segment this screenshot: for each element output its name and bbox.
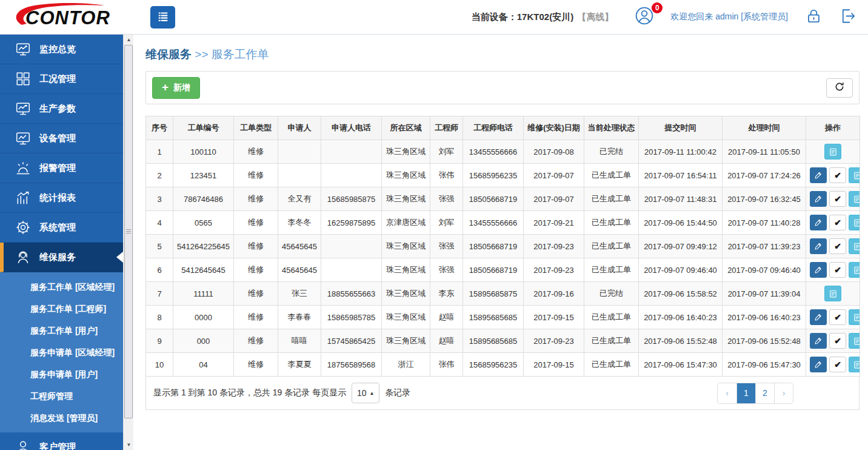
approve-button[interactable]: ✔	[829, 215, 846, 230]
cell-engineer: 张伟	[430, 353, 463, 377]
notification-profile-button[interactable]: 0	[634, 5, 655, 29]
sidebar-toggle-button[interactable]	[150, 6, 175, 29]
edit-button[interactable]	[810, 167, 827, 183]
table-row: 1100110维修珠三角区域刘军134555566662017-09-08已完结…	[146, 140, 860, 164]
sidebar-subitem[interactable]: 服务申请单 [用户]	[0, 363, 123, 385]
cell-applicant_phone	[321, 258, 382, 282]
sidebar-item-label: 系统管理	[39, 222, 76, 233]
edit-icon	[814, 218, 823, 227]
view-button[interactable]	[849, 262, 860, 278]
sidebar-subitem[interactable]: 工程师管理	[0, 385, 123, 407]
edit-icon	[814, 313, 823, 321]
approve-button[interactable]: ✔	[829, 333, 846, 349]
edit-icon	[814, 195, 823, 203]
view-button[interactable]	[849, 238, 860, 254]
logout-button[interactable]	[840, 7, 857, 27]
cell-process_time: 2017-09-07 09:46:40	[723, 258, 806, 282]
approve-button[interactable]: ✔	[829, 167, 846, 183]
cell-seq: 6	[146, 258, 173, 282]
user-profile-icon	[634, 18, 655, 28]
cell-type: 维修	[234, 164, 278, 187]
sidebar-item-label: 工况管理	[39, 73, 76, 85]
sidebar-subitem[interactable]: 服务申请单 [区域经理]	[0, 341, 123, 363]
sidebar-subitem[interactable]: 消息发送 [管理员]	[0, 407, 123, 429]
cell-engineer: 张强	[430, 187, 463, 211]
cell-process_time: 2017-09-06 15:52:48	[723, 329, 806, 353]
sidebar-scrollbar[interactable]: ▲ ▼	[123, 35, 133, 450]
cell-applicant: 45645645	[278, 258, 321, 282]
sidebar-item-grid[interactable]: 工况管理	[0, 64, 123, 94]
refresh-button[interactable]	[826, 78, 853, 98]
view-button[interactable]	[849, 309, 860, 325]
sidebar-subitem[interactable]: 服务工作单 [工程师]	[0, 298, 123, 320]
page-size-dropdown[interactable]: 10 ▲	[352, 383, 379, 403]
approve-button[interactable]: ✔	[829, 191, 846, 207]
refresh-icon	[834, 81, 845, 94]
cell-status: 已生成工单	[584, 329, 639, 353]
view-icon	[853, 360, 860, 369]
next-page-button[interactable]: ›	[774, 383, 793, 403]
scrollbar-down-arrow[interactable]: ▼	[124, 440, 134, 450]
scrollbar-thumb[interactable]	[124, 45, 133, 418]
table-body: 1100110维修珠三角区域刘军134555566662017-09-08已完结…	[146, 140, 860, 377]
column-header: 申请人	[278, 116, 321, 140]
prev-page-button[interactable]: ‹	[718, 383, 736, 403]
view-button[interactable]	[849, 215, 860, 230]
cell-engineer_phone: 15895685875	[463, 282, 524, 306]
cell-type: 维修	[234, 329, 278, 353]
sidebar-item-label: 统计报表	[39, 192, 76, 204]
lock-screen-button[interactable]	[805, 7, 823, 27]
cell-type: 维修	[234, 140, 278, 164]
approve-button[interactable]: ✔	[829, 357, 846, 372]
edit-button[interactable]	[810, 333, 827, 349]
cell-engineer_phone: 15685956235	[463, 164, 524, 187]
page-button-2[interactable]: 2	[755, 383, 774, 403]
approve-button[interactable]: ✔	[829, 238, 846, 254]
page-button-1[interactable]: 1	[736, 383, 755, 403]
notification-badge: 0	[652, 2, 663, 13]
approve-button[interactable]: ✔	[829, 262, 846, 278]
view-button[interactable]	[824, 286, 841, 301]
view-button[interactable]	[849, 167, 860, 183]
sidebar-item-person[interactable]: 客户管理	[0, 432, 123, 450]
sidebar-item-label: 监控总览	[39, 44, 76, 55]
edit-button[interactable]	[810, 238, 827, 254]
edit-button[interactable]	[810, 357, 827, 372]
sidebar-item-label: 维保服务	[39, 252, 76, 263]
sidebar-subitem[interactable]: 服务工作单 [用户]	[0, 320, 123, 341]
add-button-label: 新增	[173, 82, 190, 93]
cell-order_no: 541264225645	[173, 235, 234, 258]
cell-actions: ✔	[806, 235, 860, 258]
breadcrumb-parent[interactable]: 维保服务	[145, 48, 192, 61]
sidebar-item-gear[interactable]: 系统管理	[0, 213, 123, 243]
sidebar-item-headset[interactable]: 维保服务	[0, 243, 123, 272]
edit-button[interactable]	[810, 191, 827, 207]
approve-icon: ✔	[834, 194, 841, 204]
page-size-value: 10	[357, 388, 367, 398]
sidebar-item-params[interactable]: 生产参数	[0, 94, 123, 124]
view-button[interactable]	[849, 191, 860, 207]
edit-button[interactable]	[810, 215, 827, 230]
view-button[interactable]	[824, 144, 841, 160]
column-header: 提交时间	[639, 116, 723, 140]
view-icon	[829, 289, 838, 298]
sidebar-item-chart[interactable]: 统计报表	[0, 183, 123, 213]
edit-button[interactable]	[810, 309, 827, 325]
table-row: 2123451维修珠三角区域张伟156859562352017-09-07已生成…	[146, 164, 860, 187]
edit-button[interactable]	[810, 262, 827, 278]
cell-process_time: 2017-09-06 15:47:30	[723, 353, 806, 377]
cell-repair_date: 2017-09-21	[524, 211, 584, 235]
sidebar-subitem[interactable]: 服务工作单 [区域经理]	[0, 276, 123, 298]
welcome-text: 欢迎您回来 admin [系统管理员]	[670, 12, 788, 22]
view-button[interactable]	[849, 357, 860, 372]
cell-engineer_phone: 13455556666	[463, 211, 524, 235]
sidebar-item-device[interactable]: 设备管理	[0, 124, 123, 153]
sidebar-item-monitor[interactable]: 监控总览	[0, 35, 123, 64]
cell-repair_date: 2017-09-23	[524, 258, 584, 282]
sidebar-item-alarm[interactable]: 报警管理	[0, 153, 123, 183]
cell-applicant_phone: 15685985875	[321, 187, 382, 211]
scrollbar-up-arrow[interactable]: ▲	[124, 35, 134, 45]
approve-button[interactable]: ✔	[829, 309, 846, 325]
view-button[interactable]	[849, 333, 860, 349]
add-button[interactable]: + 新增	[152, 77, 200, 99]
